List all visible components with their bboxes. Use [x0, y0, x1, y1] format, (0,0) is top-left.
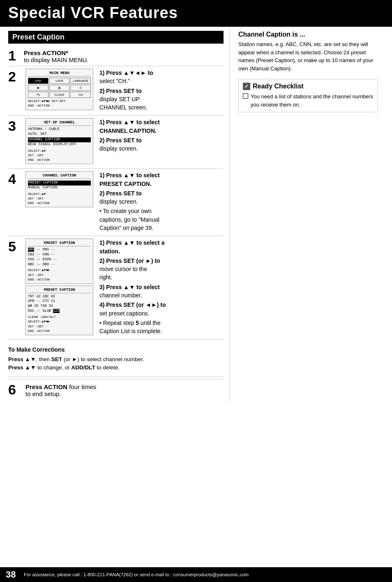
footer-bar: 38 For assistance, please call : 1-800-2…	[0, 567, 392, 582]
step-5: 5 PRESET CAPTION ABC -- PBS -- CBS -- CN…	[8, 239, 224, 340]
channel-caption-title: Channel Caption is ...	[238, 31, 378, 38]
step-3: 3 SET UP CHANNEL ANTENNA : CABLE AUTO. S…	[8, 118, 224, 169]
divider	[8, 376, 224, 377]
ready-checklist-box: ✓ Ready Checklist You need a list of sta…	[238, 79, 378, 112]
page-title: Special VCR Features	[0, 0, 392, 27]
step-4-content: CHANNEL CAPTION PRESET CAPTION MANUAL CA…	[24, 171, 224, 233]
step-2-inst-2: 2) Press SET todisplay SET UPCHANNEL scr…	[99, 87, 224, 112]
step-3-inst-1: 1) Press ▲▼ to selectCHANNEL CAPTION.	[99, 118, 224, 135]
corrections-line2: Press ▲▼ to change, or ADD/DLT to delete…	[8, 364, 224, 372]
step-4-inst-3: • To create your owncaptions, go to "Man…	[99, 207, 224, 232]
step-5-inst-3: 3) Press ▲▼ to selectchannel number.	[99, 283, 224, 300]
step-3-number: 3	[8, 119, 24, 133]
step-6-line1: Press ACTION four times	[25, 383, 96, 390]
step-4-screen: CHANNEL CAPTION PRESET CAPTION MANUAL CA…	[25, 171, 93, 207]
step-1-content: Press ACTION* to display MAIN MENU.	[24, 48, 89, 63]
checklist-item-1: You need a list of stations and the chan…	[243, 93, 373, 109]
step-5-inst-5: • Repeat step 5 until theCaption List is…	[99, 319, 224, 336]
corrections-line1: Press ▲▼, then SET (or ►) to select chan…	[8, 355, 224, 364]
icon-s: S	[70, 85, 91, 91]
icon-rec: ■	[28, 85, 48, 91]
right-column: Channel Caption is ... Station names, e.…	[230, 27, 384, 401]
step-5-screen-1: PRESET CAPTION ABC -- PBS -- CBS -- CNN …	[25, 239, 93, 284]
step-4: 4 CHANNEL CAPTION PRESET CAPTION MANUAL …	[8, 171, 224, 236]
icon-lock: LOCK	[49, 78, 70, 84]
step-4-screen-area: CHANNEL CAPTION PRESET CAPTION MANUAL CA…	[25, 171, 95, 209]
ready-checklist-title: ✓ Ready Checklist	[243, 83, 373, 90]
icon-ch: CH	[70, 92, 91, 98]
step-5-screen-2: PRESET CAPTION TNT 42 CBC 82 UPN -- CTV …	[25, 285, 93, 335]
icon-clock: CLOCK	[49, 92, 70, 98]
step-6-number: 6	[8, 383, 24, 397]
step-2-content: MAIN MENU DVD LOCK LANGUAGE ■ ▤ S TV CLO…	[24, 69, 224, 113]
footer-page-number: 38	[6, 569, 17, 580]
corrections-section: To Make Corrections Press ▲▼, then SET (…	[8, 342, 224, 375]
step-4-inst-2: 2) Press SET todisplay screen.	[99, 189, 224, 206]
channel-caption-section: Channel Caption is ... Station names, e.…	[238, 31, 378, 72]
step-5-inst-1: 1) Press ▲▼ to select astation.	[99, 239, 224, 255]
icon-prog: ▤	[49, 85, 70, 91]
step-5-screen-area: PRESET CAPTION ABC -- PBS -- CBS -- CNN …	[25, 239, 95, 337]
step-3-content: SET UP CHANNEL ANTENNA : CABLE AUTO. SET…	[24, 118, 224, 166]
step-5-content: PRESET CAPTION ABC -- PBS -- CBS -- CNN …	[24, 239, 224, 337]
step-6: 6 Press ACTION four times to end setup.	[8, 379, 224, 397]
step-2-screen: MAIN MENU DVD LOCK LANGUAGE ■ ▤ S TV CLO…	[25, 69, 93, 110]
step-2-screen-area: MAIN MENU DVD LOCK LANGUAGE ■ ▤ S TV CLO…	[25, 69, 95, 112]
step-4-number: 4	[8, 172, 24, 186]
channel-caption-text: Station names, e.g. ABC, CNN, etc. are s…	[238, 40, 378, 72]
icon-tv: TV	[28, 92, 48, 98]
corrections-title: To Make Corrections	[8, 345, 224, 354]
icon-dvd: DVD	[28, 78, 48, 84]
step-3-screen: SET UP CHANNEL ANTENNA : CABLE AUTO. SET…	[25, 118, 93, 164]
section-header: Preset Caption	[8, 31, 224, 44]
step-5-number: 5	[8, 239, 24, 253]
step-1-number: 1	[8, 49, 24, 63]
step-1-sub: to display MAIN MENU.	[24, 56, 89, 63]
step-4-inst-1: 1) Press ▲▼ to selectPRESET CAPTION.	[99, 171, 224, 188]
step-2: 2 MAIN MENU DVD LOCK LANGUAGE ■ ▤ S TV	[8, 69, 224, 116]
step-3-screen-area: SET UP CHANNEL ANTENNA : CABLE AUTO. SET…	[25, 118, 95, 166]
left-column: Preset Caption 1 Press ACTION* to displa…	[0, 27, 230, 401]
step-6-content: Press ACTION four times to end setup.	[24, 382, 96, 397]
step-2-inst-1: 1) Press ▲▼◄► toselect "CH."	[99, 69, 224, 86]
step-2-instructions: 1) Press ▲▼◄► toselect "CH." 2) Press SE…	[99, 69, 224, 113]
step-3-instructions: 1) Press ▲▼ to selectCHANNEL CAPTION. 2)…	[99, 118, 224, 154]
step-1-press: Press ACTION*	[24, 49, 89, 56]
step-5-instructions: 1) Press ▲▼ to select astation. 2) Press…	[99, 239, 224, 336]
step-5-inst-4: 4) Press SET (or ◄►) toset preset captio…	[99, 301, 224, 318]
checklist-icon: ✓	[243, 83, 250, 90]
icon-language: LANGUAGE	[70, 78, 91, 84]
step-2-number: 2	[8, 70, 24, 83]
checklist-checkbox	[243, 93, 248, 99]
step-1: 1 Press ACTION* to display MAIN MENU.	[8, 48, 224, 66]
step-3-inst-2: 2) Press SET todisplay screen.	[99, 136, 224, 153]
step-6-line2: to end setup.	[25, 390, 96, 397]
step-4-instructions: 1) Press ▲▼ to selectPRESET CAPTION. 2) …	[99, 171, 224, 233]
step-5-inst-2: 2) Press SET (or ►) tomove cursor to the…	[99, 257, 224, 282]
footer-text: For assistance, please call : 1-800-211-…	[24, 572, 249, 577]
checklist-item-text: You need a list of stations and the chan…	[251, 93, 373, 109]
